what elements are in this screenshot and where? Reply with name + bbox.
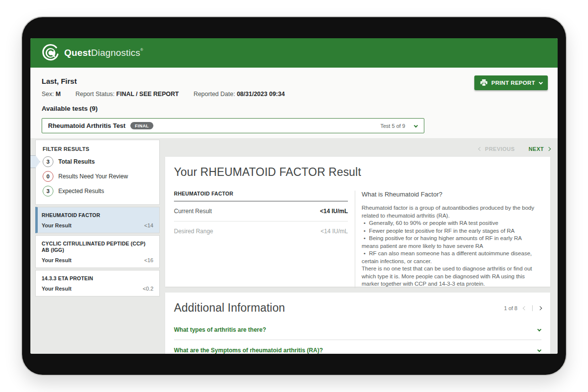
status-badge: FINAL [130,122,153,129]
report-meta-row: Sex: M Report Status: FINAL / SEE REPORT… [42,91,285,98]
sex-value: M [56,91,61,98]
result-card: Your RHEUMATOID FACTOR Result RHEUMATOID… [165,157,550,287]
patient-name: Last, First [42,77,77,85]
tablet-frame: QuestDiagnostics® Last, First Sex: M Rep… [22,17,566,375]
bullet-icon: • [362,220,369,226]
page-next-button[interactable] [538,306,542,310]
test-item-result-value: <0.2 [143,286,153,292]
chevron-down-icon [537,327,541,331]
page-previous-button[interactable] [523,306,527,310]
chevron-down-icon [414,123,417,127]
info-bullet: •RF can also mean someone has a differen… [362,250,539,265]
info-intro: Rheumatoid factor is a group of autoanti… [362,204,539,220]
filter-label: Results Need Your Review [58,173,128,180]
chevron-right-icon [547,147,551,151]
chevron-down-icon [537,348,541,352]
brand-trademark: ® [140,48,143,52]
result-table-header: RHEUMATOID FACTOR [174,191,348,201]
sidebar-item-ccp-ab-igg[interactable]: CYCLIC CITRULLINATED PEPTIDE (CCP) AB (I… [35,235,160,268]
result-card-title: Your RHEUMATOID FACTOR Result [174,166,541,179]
reported-date-value: 08/31/2023 09:34 [237,91,285,98]
app-header: QuestDiagnostics® [30,38,558,68]
filter-label: Total Results [58,158,95,165]
content-area: FILTER RESULTS 3 Total Results 0 Results… [30,138,558,354]
total-results-count: 3 [43,156,53,167]
result-table: RHEUMATOID FACTOR Current Result <14 IU/… [174,191,355,288]
accordion-item-arthritis-types[interactable]: What types of arthritis are there? [174,319,541,340]
table-row-desired-range: Desired Range <14 IU/mL [174,221,348,241]
filter-expected-results[interactable]: 3 Expected Results [43,186,152,196]
chevron-down-icon [539,80,542,84]
needs-review-count: 0 [43,171,53,182]
additional-info-title: Additional Information [174,301,285,315]
filter-label: Expected Results [58,188,104,195]
table-row-current-result: Current Result <14 IU/mL [174,201,348,221]
sidebar-item-1433-eta-protein[interactable]: 14.3.3 ETA PROTEIN Your Result <0.2 [35,270,160,296]
test-item-title: 14.3.3 ETA PROTEIN [42,275,153,282]
accordion-item-ra-symptoms[interactable]: What are the Symptoms of rheumatoid arth… [174,340,541,354]
filter-results-title: FILTER RESULTS [43,146,152,152]
filter-results-card: FILTER RESULTS 3 Total Results 0 Results… [35,140,160,205]
bullet-icon: • [362,228,369,234]
filter-needs-review[interactable]: 0 Results Need Your Review [43,171,152,182]
info-question: What is Rheumatoid Factor? [362,191,539,198]
additional-info-pagination: 1 of 8 [504,305,541,311]
screen: QuestDiagnostics® Last, First Sex: M Rep… [30,38,558,354]
patient-bar: Last, First Sex: M Report Status: FINAL … [30,68,558,138]
quest-logo-icon [41,44,60,62]
faq-accordion: What types of arthritis are there? What … [174,319,541,354]
expected-results-count: 3 [43,186,53,196]
test-item-result-label: Your Result [42,222,72,228]
filter-total-results[interactable]: 3 Total Results [43,156,152,167]
sidebar: FILTER RESULTS 3 Total Results 0 Results… [35,140,160,296]
test-item-result-label: Your Result [42,257,72,263]
result-navigation: PREVIOUS NEXT [165,138,550,153]
report-status-value: FINAL / SEE REPORT [116,91,179,98]
print-report-button[interactable]: PRINT REPORT [474,75,548,90]
bullet-icon: • [362,235,369,241]
test-item-title: RHEUMATOID FACTOR [42,212,153,219]
previous-button[interactable]: PREVIOUS [479,146,515,152]
page-indicator: 1 of 8 [504,305,517,311]
available-tests-label: Available tests (9) [42,105,98,112]
test-selector-dropdown[interactable]: Rheumatoid Arthritis Test FINAL Test 5 o… [42,118,424,133]
test-item-result-label: Your Result [42,286,72,292]
chevron-left-icon [478,147,482,151]
info-body: Rheumatoid factor is a group of autoanti… [362,204,539,288]
main-panel: PREVIOUS NEXT Your RHEUMATOID FACTOR Res… [165,138,550,354]
sidebar-item-rheumatoid-factor[interactable]: RHEUMATOID FACTOR Your Result <14 [35,207,160,233]
row-value: <14 IU/mL [320,228,348,235]
accordion-label: What types of arthritis are there? [174,326,266,333]
bullet-icon: • [362,250,369,256]
info-bullet: •Generally, 60 to 90% or people with RA … [362,220,539,227]
result-info-panel: What is Rheumatoid Factor? Rheumatoid fa… [355,191,541,288]
row-label: Desired Range [174,228,213,235]
row-label: Current Result [174,208,212,215]
additional-info-card: Additional Information 1 of 8 What types… [165,293,550,354]
report-status-field: Report Status: FINAL / SEE REPORT [75,91,179,98]
selected-filter-arrow [30,155,40,168]
test-item-result-value: <16 [144,257,153,263]
printer-icon [480,79,488,86]
brand-name-light: Diagnostics [91,48,140,58]
next-button[interactable]: NEXT [529,146,550,152]
pagination-divider [532,305,533,311]
info-outro: There is no one test that can be used to… [362,265,539,288]
test-position-label: Test 5 of 9 [380,123,405,129]
brand-name-bold: Quest [64,48,91,58]
selected-test-name: Rheumatoid Arthritis Test [48,122,125,129]
reported-date-field: Reported Date: 08/31/2023 09:34 [194,91,285,98]
info-bullet: •Being positive for or having higher amo… [362,235,539,250]
brand-wordmark: QuestDiagnostics® [64,48,143,58]
sex-field: Sex: M [42,91,61,98]
test-item-result-value: <14 [144,222,153,228]
test-item-title: CYCLIC CITRULLINATED PEPTIDE (CCP) AB (I… [42,241,153,253]
print-report-label: PRINT REPORT [491,80,535,86]
row-value: <14 IU/mL [320,208,348,215]
info-bullet: •Fewer people test positive for RF in th… [362,227,539,235]
accordion-label: What are the Symptoms of rheumatoid arth… [174,347,323,354]
